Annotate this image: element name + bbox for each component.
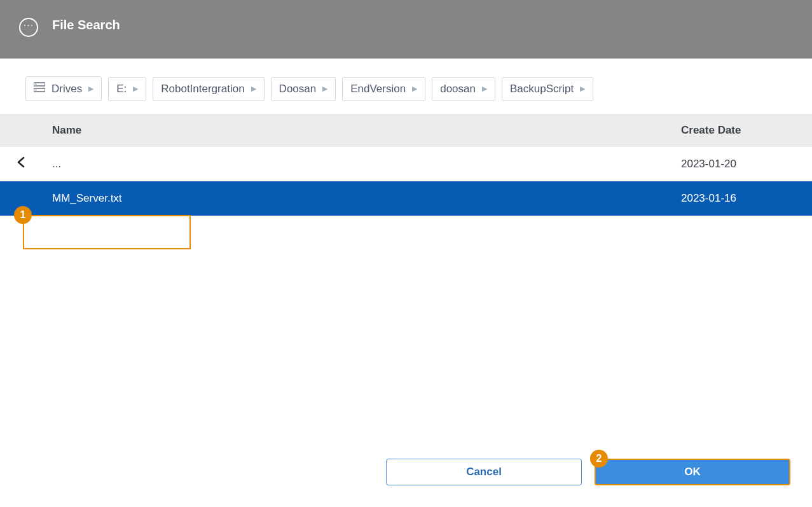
ok-button[interactable]: OK — [595, 459, 790, 485]
crumb-endversion[interactable]: EndVersion ▶ — [342, 77, 425, 101]
dialog-footer: Cancel OK — [386, 459, 790, 485]
chevron-right-icon: ▶ — [322, 85, 327, 93]
column-name[interactable]: Name — [0, 124, 681, 137]
table-header: Name Create Date — [0, 114, 812, 147]
crumb-robotintergration[interactable]: RobotIntergration ▶ — [153, 77, 264, 101]
chevron-right-icon: ▶ — [88, 85, 93, 93]
chevron-left-icon — [17, 156, 25, 172]
crumb-drives[interactable]: Drives ▶ — [25, 76, 102, 101]
ellipsis-icon: ··· — [24, 20, 34, 31]
row-name-label: MM_Server.txt — [52, 192, 681, 205]
crumb-label: Doosan — [279, 83, 317, 95]
svg-point-2 — [36, 84, 37, 85]
chevron-right-icon: ▶ — [482, 85, 487, 93]
more-options-icon[interactable]: ··· — [19, 18, 38, 37]
cancel-label: Cancel — [466, 466, 502, 478]
table-row-file[interactable]: MM_Server.txt 2023-01-16 — [0, 181, 812, 216]
row-date-label: 2023-01-16 — [681, 192, 812, 205]
row-date-label: 2023-01-20 — [681, 158, 812, 170]
chevron-right-icon: ▶ — [412, 85, 417, 93]
callout-highlight-1 — [23, 215, 191, 249]
crumb-backupscript[interactable]: BackupScript ▶ — [502, 77, 593, 101]
dialog-title: File Search — [52, 18, 120, 32]
crumb-label: EndVersion — [350, 83, 406, 95]
crumb-e[interactable]: E: ▶ — [108, 77, 146, 101]
callout-badge-1: 1 — [14, 206, 32, 224]
chevron-right-icon: ▶ — [580, 85, 585, 93]
crumb-label: BackupScript — [510, 83, 574, 95]
callout-number: 1 — [20, 209, 26, 221]
row-name-label: ... — [52, 158, 681, 170]
table-row-parent[interactable]: ... 2023-01-20 — [0, 147, 812, 181]
breadcrumb: Drives ▶ E: ▶ RobotIntergration ▶ Doosan… — [0, 59, 812, 114]
drives-icon — [34, 82, 45, 95]
crumb-label: RobotIntergration — [161, 83, 244, 95]
crumb-label: E: — [116, 83, 127, 95]
chevron-right-icon: ▶ — [133, 85, 138, 93]
dialog-header: ··· File Search — [0, 0, 812, 59]
chevron-right-icon: ▶ — [251, 85, 256, 93]
cancel-button[interactable]: Cancel — [386, 459, 582, 485]
column-date[interactable]: Create Date — [681, 124, 812, 137]
svg-point-3 — [36, 90, 37, 91]
ok-label: OK — [684, 466, 701, 478]
crumb-label: doosan — [440, 83, 476, 95]
crumb-doosan2[interactable]: doosan ▶ — [432, 77, 495, 101]
crumb-label: Drives — [52, 83, 82, 95]
callout-badge-2: 2 — [590, 450, 608, 468]
callout-number: 2 — [596, 453, 602, 464]
crumb-doosan[interactable]: Doosan ▶ — [271, 77, 336, 101]
